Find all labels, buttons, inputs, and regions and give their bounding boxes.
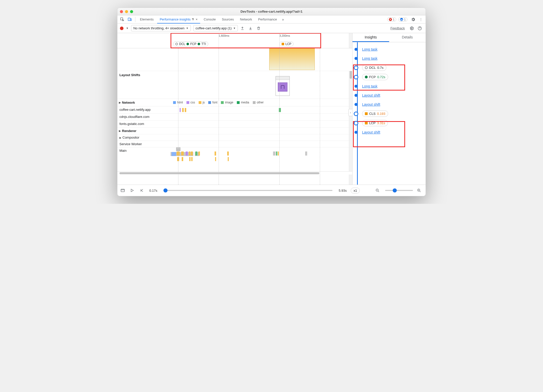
task-block[interactable]	[189, 151, 190, 156]
task-block[interactable]	[273, 151, 276, 156]
panel-settings-icon[interactable]	[409, 26, 415, 31]
record-options-caret[interactable]: ▼	[126, 27, 129, 30]
task-block[interactable]	[189, 157, 191, 161]
help-icon[interactable]	[417, 26, 423, 31]
prev-frame-icon[interactable]	[140, 188, 145, 192]
insight-row[interactable]: Layout shift	[352, 91, 424, 100]
task-block[interactable]	[182, 157, 183, 161]
vertical-scrollbar[interactable]	[349, 33, 352, 48]
metric-marker-icon	[365, 122, 368, 124]
task-block[interactable]	[195, 151, 197, 156]
network-request-bar[interactable]	[185, 108, 186, 112]
close-tab-icon[interactable]: ×	[196, 17, 198, 21]
ruler-area[interactable]: 1,600ms3,200ms DCLFCPTTILCP	[171, 33, 352, 48]
device-toolbar-icon[interactable]	[127, 16, 133, 23]
task-block[interactable]	[198, 151, 200, 156]
insight-row[interactable]: Long task	[352, 45, 424, 54]
insight-row[interactable]: Long task	[352, 54, 424, 63]
side-tab-insights[interactable]: Insights	[352, 33, 389, 42]
metric-marker-icon	[365, 76, 368, 78]
task-block[interactable]	[191, 157, 193, 161]
insight-metric-pill[interactable]: LCP3.31s	[362, 120, 388, 126]
renderer-row[interactable]: Service Worker	[117, 141, 352, 147]
side-tab-details[interactable]: Details	[389, 33, 426, 42]
tab-performance[interactable]: Performance	[256, 15, 279, 24]
zoom-window-button[interactable]	[130, 10, 133, 13]
insight-row[interactable]: DCL0.7s	[352, 63, 424, 72]
close-window-button[interactable]	[120, 10, 123, 13]
play-icon[interactable]	[130, 188, 136, 192]
network-host-row[interactable]: fonts.gstatic.com	[117, 121, 352, 128]
task-block[interactable]	[181, 151, 184, 156]
metric-pill[interactable]: LCP	[279, 41, 294, 47]
zoom-out-icon[interactable]	[375, 188, 381, 192]
import-icon[interactable]	[248, 26, 254, 30]
insights-list[interactable]: Long taskLong taskDCL0.7sFCP0.72sLong ta…	[352, 42, 426, 185]
metric-pill[interactable]: DCLFCPTTI	[173, 41, 208, 47]
horizontal-scrollbar[interactable]	[117, 171, 352, 175]
insight-link[interactable]: Long task	[362, 56, 378, 60]
zoom-in-icon[interactable]	[417, 188, 423, 192]
task-block[interactable]	[228, 157, 229, 161]
insight-metric-pill[interactable]: CLS0.193	[362, 111, 388, 117]
throttling-selector[interactable]: No network throttling, 4× slowdown ▼	[131, 25, 191, 31]
tab-performance-insights[interactable]: Performance insights ⚗ ×	[157, 15, 200, 24]
insight-link[interactable]: Layout shift	[362, 102, 380, 106]
ruler-guide	[178, 48, 178, 185]
insight-link[interactable]: Long task	[362, 84, 378, 88]
minimize-window-button[interactable]	[125, 10, 128, 13]
insight-link[interactable]: Layout shift	[362, 93, 380, 97]
network-request-bar[interactable]	[180, 108, 181, 112]
tab-console[interactable]: Console	[201, 15, 218, 24]
task-block[interactable]	[172, 152, 176, 156]
disclosure-icon[interactable]: ▶	[119, 129, 121, 132]
task-block[interactable]	[215, 151, 216, 156]
renderer-row[interactable]: ▶Compositor	[117, 134, 352, 141]
insight-row[interactable]: CLS0.193	[352, 109, 424, 118]
tab-sources[interactable]: Sources	[219, 15, 237, 24]
settings-icon[interactable]	[410, 16, 416, 23]
task-block[interactable]	[191, 151, 193, 156]
feedback-link[interactable]: Feedback	[390, 26, 405, 30]
insight-row[interactable]: Layout shift	[352, 128, 424, 137]
task-block[interactable]	[186, 151, 188, 156]
layout-shift-thumbnail[interactable]	[276, 76, 290, 96]
insight-row[interactable]: Layout shift	[352, 100, 424, 109]
network-request-bar[interactable]	[182, 108, 184, 112]
network-host-row[interactable]: cdnjs.cloudflare.com	[117, 114, 352, 121]
playback-speed[interactable]: x1	[351, 188, 360, 193]
insight-metric-pill[interactable]: DCL0.7s	[362, 64, 386, 71]
insight-row[interactable]: FCP0.72s	[352, 72, 424, 82]
record-button[interactable]	[120, 27, 123, 30]
insight-link[interactable]: Layout shift	[362, 130, 380, 134]
messages-badge[interactable]: ▬1	[398, 17, 407, 21]
renderer-row[interactable]: Main...	[117, 147, 352, 171]
playback-slider[interactable]	[163, 190, 333, 191]
zoom-slider[interactable]	[385, 190, 413, 191]
collapse-sidepanel-icon[interactable]: ›	[348, 109, 352, 116]
task-block[interactable]	[305, 151, 307, 156]
insight-row[interactable]: LCP3.31s	[352, 118, 424, 128]
metric-marker-icon	[175, 43, 178, 45]
inspect-element-icon[interactable]	[119, 16, 126, 23]
network-host-row[interactable]: coffee-cart.netlify.app	[117, 106, 352, 114]
disclosure-icon[interactable]: ▶	[119, 136, 121, 139]
target-selector[interactable]: coffee-cart.netlify.app (1) ▼	[193, 25, 238, 31]
kebab-menu-icon[interactable]: ⋮	[417, 16, 424, 23]
export-icon[interactable]	[240, 26, 246, 30]
toggle-overview-icon[interactable]	[120, 188, 126, 193]
more-tabs-icon[interactable]: »	[280, 17, 285, 21]
disclosure-icon[interactable]: ▶	[119, 101, 121, 104]
task-block[interactable]	[278, 151, 279, 156]
errors-badge[interactable]: ✕1	[387, 17, 396, 21]
task-block[interactable]	[227, 151, 229, 156]
insight-link[interactable]: Long task	[362, 47, 378, 51]
insight-metric-pill[interactable]: FCP0.72s	[362, 74, 388, 80]
tab-elements[interactable]: Elements	[137, 15, 156, 24]
timeline-body[interactable]: Layout Shifts ▶Network htmlcssjsfontimag…	[117, 48, 352, 185]
insight-row[interactable]: Long task	[352, 82, 424, 91]
task-block[interactable]	[276, 151, 277, 156]
task-block[interactable]	[215, 157, 216, 161]
delete-icon[interactable]	[257, 26, 262, 30]
tab-network[interactable]: Network	[237, 15, 255, 24]
